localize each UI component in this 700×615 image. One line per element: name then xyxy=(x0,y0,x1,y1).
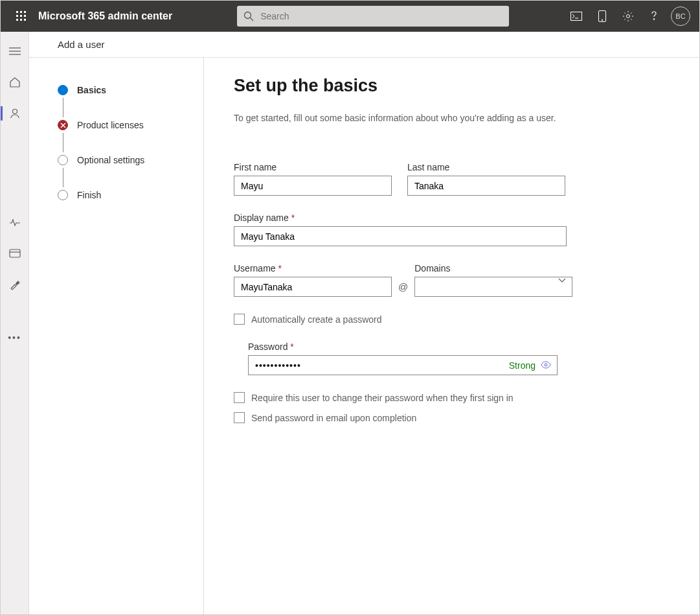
avatar[interactable]: BC xyxy=(671,6,690,26)
shell-cli-icon[interactable] xyxy=(563,1,589,32)
svg-point-15 xyxy=(627,15,630,18)
svg-rect-0 xyxy=(16,11,18,13)
send-email-label: Send password in email upon completion xyxy=(251,413,416,423)
svg-rect-11 xyxy=(571,12,582,21)
first-name-field[interactable] xyxy=(234,176,392,196)
display-name-label: Display name xyxy=(234,213,699,223)
svg-rect-5 xyxy=(24,15,26,17)
home-icon[interactable] xyxy=(1,73,29,91)
page-title: Add a user xyxy=(29,32,699,58)
auto-password-label: Automatically create a password xyxy=(251,314,382,325)
username-field[interactable] xyxy=(234,277,392,297)
gear-icon[interactable] xyxy=(615,1,641,32)
search-icon xyxy=(243,11,254,21)
require-change-checkbox[interactable] xyxy=(234,392,245,403)
auto-password-checkbox[interactable] xyxy=(234,314,245,325)
svg-rect-3 xyxy=(16,15,18,17)
domains-label: Domains xyxy=(414,263,572,273)
form-panel: Set up the basics To get started, fill o… xyxy=(204,58,699,614)
svg-rect-2 xyxy=(24,11,26,13)
users-icon[interactable] xyxy=(1,104,29,122)
svg-rect-21 xyxy=(10,249,20,257)
global-header: Microsoft 365 admin center BC xyxy=(1,1,699,32)
show-password-icon[interactable] xyxy=(541,360,551,371)
step-dot-icon xyxy=(58,190,68,200)
more-icon[interactable]: ••• xyxy=(1,329,29,347)
wizard-step-licenses[interactable]: Product licenses xyxy=(58,117,203,133)
display-name-field[interactable] xyxy=(234,226,567,246)
first-name-label: First name xyxy=(234,162,392,172)
require-change-label: Require this user to change their passwo… xyxy=(251,393,514,403)
svg-line-10 xyxy=(251,18,254,21)
send-email-checkbox[interactable] xyxy=(234,412,245,423)
mobile-icon[interactable] xyxy=(589,1,615,32)
svg-point-9 xyxy=(245,12,251,19)
step-dot-current-icon xyxy=(58,85,68,95)
wizard-step-basics[interactable]: Basics xyxy=(58,82,203,98)
svg-rect-4 xyxy=(20,15,22,17)
password-label: Password xyxy=(248,342,699,352)
last-name-label: Last name xyxy=(407,162,565,172)
nav-rail: ••• xyxy=(1,32,29,614)
search-input[interactable] xyxy=(259,10,502,22)
health-icon[interactable] xyxy=(1,213,29,231)
step-dot-error-icon xyxy=(58,120,68,130)
svg-rect-6 xyxy=(16,19,18,21)
form-intro-text: To get started, fill out some basic info… xyxy=(234,113,577,123)
step-label: Optional settings xyxy=(77,155,144,165)
last-name-field[interactable] xyxy=(407,176,565,196)
svg-rect-1 xyxy=(20,11,22,13)
username-label: Username xyxy=(234,263,392,273)
svg-rect-8 xyxy=(24,19,26,21)
help-icon[interactable] xyxy=(641,1,667,32)
search-box[interactable] xyxy=(237,6,509,27)
wizard-nav: Basics Product licenses Optional setting… xyxy=(29,58,204,614)
app-launcher-icon[interactable] xyxy=(6,1,37,32)
step-label: Product licenses xyxy=(77,120,144,130)
step-label: Basics xyxy=(77,85,106,95)
svg-point-25 xyxy=(545,364,547,366)
wizard-step-optional[interactable]: Optional settings xyxy=(58,152,203,168)
nav-toggle-icon[interactable] xyxy=(1,42,29,60)
at-symbol: @ xyxy=(398,276,408,297)
step-dot-icon xyxy=(58,155,68,165)
svg-point-20 xyxy=(12,110,17,114)
setup-icon[interactable] xyxy=(1,275,29,294)
app-title: Microsoft 365 admin center xyxy=(38,10,172,22)
svg-rect-7 xyxy=(20,19,22,21)
wizard-step-finish[interactable]: Finish xyxy=(58,187,203,203)
billing-icon[interactable] xyxy=(1,244,29,262)
svg-point-14 xyxy=(602,19,603,21)
svg-point-16 xyxy=(653,19,654,19)
step-label: Finish xyxy=(77,190,101,200)
domains-select[interactable] xyxy=(414,277,572,297)
form-heading: Set up the basics xyxy=(234,76,699,96)
password-strength: Strong xyxy=(509,360,536,371)
